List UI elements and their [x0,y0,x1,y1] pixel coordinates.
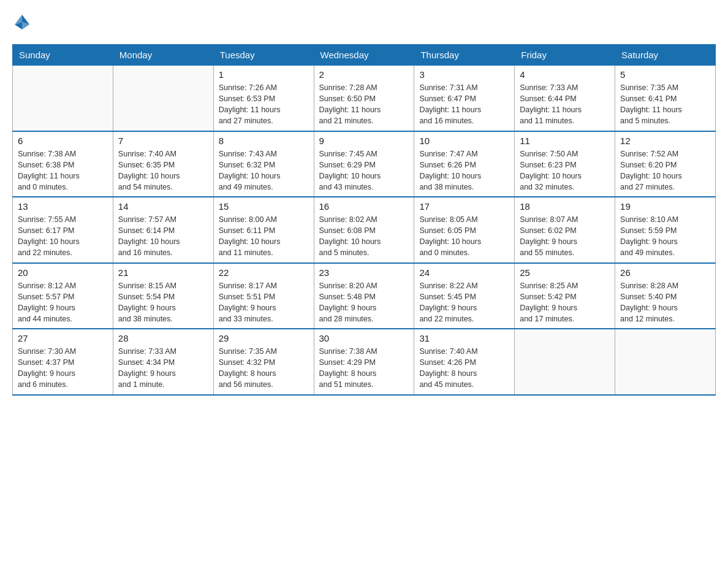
calendar-week-row: 1Sunrise: 7:26 AM Sunset: 6:53 PM Daylig… [13,66,716,131]
day-number: 3 [419,69,509,80]
day-info: Sunrise: 7:31 AM Sunset: 6:47 PM Dayligh… [419,82,509,127]
day-info: Sunrise: 8:15 AM Sunset: 5:54 PM Dayligh… [118,280,208,325]
day-number: 1 [219,69,309,80]
calendar-day-cell: 6Sunrise: 7:38 AM Sunset: 6:38 PM Daylig… [13,131,113,197]
day-of-week-header: Thursday [414,45,515,66]
day-number: 19 [620,201,710,212]
calendar-day-cell: 9Sunrise: 7:45 AM Sunset: 6:29 PM Daylig… [314,131,414,197]
day-info: Sunrise: 8:17 AM Sunset: 5:51 PM Dayligh… [219,280,309,325]
day-of-week-header: Sunday [13,45,113,66]
day-of-week-header: Monday [113,45,213,66]
day-of-week-header: Friday [515,45,615,66]
calendar-day-cell: 12Sunrise: 7:52 AM Sunset: 6:20 PM Dayli… [615,131,716,197]
day-info: Sunrise: 8:07 AM Sunset: 6:02 PM Dayligh… [520,214,610,259]
day-number: 20 [18,267,108,278]
day-of-week-header: Saturday [615,45,716,66]
day-info: Sunrise: 7:38 AM Sunset: 6:38 PM Dayligh… [18,148,108,193]
day-number: 14 [118,201,208,212]
calendar-day-cell: 19Sunrise: 8:10 AM Sunset: 5:59 PM Dayli… [615,197,716,263]
day-number: 4 [520,69,610,80]
calendar-day-cell: 31Sunrise: 7:40 AM Sunset: 4:26 PM Dayli… [414,329,515,395]
calendar-week-row: 20Sunrise: 8:12 AM Sunset: 5:57 PM Dayli… [13,263,716,329]
day-number: 28 [118,333,208,343]
day-info: Sunrise: 8:00 AM Sunset: 6:11 PM Dayligh… [219,214,309,259]
calendar-day-cell [615,329,716,395]
day-number: 22 [219,267,309,278]
calendar-day-cell: 17Sunrise: 8:05 AM Sunset: 6:05 PM Dayli… [414,197,515,263]
calendar-day-cell: 10Sunrise: 7:47 AM Sunset: 6:26 PM Dayli… [414,131,515,197]
day-info: Sunrise: 8:25 AM Sunset: 5:42 PM Dayligh… [520,280,610,325]
day-number: 26 [620,267,710,278]
day-info: Sunrise: 7:38 AM Sunset: 4:29 PM Dayligh… [319,346,409,391]
day-number: 25 [520,267,610,278]
day-number: 11 [520,136,610,146]
calendar-day-cell: 21Sunrise: 8:15 AM Sunset: 5:54 PM Dayli… [113,263,213,329]
calendar-day-cell: 22Sunrise: 8:17 AM Sunset: 5:51 PM Dayli… [213,263,314,329]
day-info: Sunrise: 7:45 AM Sunset: 6:29 PM Dayligh… [319,148,409,193]
calendar-day-cell: 8Sunrise: 7:43 AM Sunset: 6:32 PM Daylig… [213,131,314,197]
day-number: 10 [419,136,509,146]
calendar-week-row: 27Sunrise: 7:30 AM Sunset: 4:37 PM Dayli… [13,329,716,395]
day-number: 2 [319,69,409,80]
day-number: 24 [419,267,509,278]
day-info: Sunrise: 7:47 AM Sunset: 6:26 PM Dayligh… [419,148,509,193]
calendar-day-cell: 7Sunrise: 7:40 AM Sunset: 6:35 PM Daylig… [113,131,213,197]
calendar-day-cell [113,66,213,131]
day-info: Sunrise: 7:43 AM Sunset: 6:32 PM Dayligh… [219,148,309,193]
calendar-day-cell: 25Sunrise: 8:25 AM Sunset: 5:42 PM Dayli… [515,263,615,329]
day-number: 27 [18,333,108,343]
day-info: Sunrise: 7:52 AM Sunset: 6:20 PM Dayligh… [620,148,710,193]
day-number: 5 [620,69,710,80]
day-number: 16 [319,201,409,212]
calendar-day-cell: 13Sunrise: 7:55 AM Sunset: 6:17 PM Dayli… [13,197,113,263]
day-info: Sunrise: 7:35 AM Sunset: 4:32 PM Dayligh… [219,346,309,391]
calendar-day-cell: 20Sunrise: 8:12 AM Sunset: 5:57 PM Dayli… [13,263,113,329]
day-info: Sunrise: 7:50 AM Sunset: 6:23 PM Dayligh… [520,148,610,193]
day-info: Sunrise: 8:02 AM Sunset: 6:08 PM Dayligh… [319,214,409,259]
calendar-day-cell: 5Sunrise: 7:35 AM Sunset: 6:41 PM Daylig… [615,66,716,131]
day-info: Sunrise: 7:35 AM Sunset: 6:41 PM Dayligh… [620,82,710,127]
calendar-day-cell: 18Sunrise: 8:07 AM Sunset: 6:02 PM Dayli… [515,197,615,263]
day-info: Sunrise: 7:33 AM Sunset: 4:34 PM Dayligh… [118,346,208,391]
day-number: 12 [620,136,710,146]
day-info: Sunrise: 7:55 AM Sunset: 6:17 PM Dayligh… [18,214,108,259]
day-number: 31 [419,333,509,343]
calendar-day-cell: 24Sunrise: 8:22 AM Sunset: 5:45 PM Dayli… [414,263,515,329]
calendar-day-cell: 26Sunrise: 8:28 AM Sunset: 5:40 PM Dayli… [615,263,716,329]
day-of-week-header: Wednesday [314,45,414,66]
calendar-day-cell: 29Sunrise: 7:35 AM Sunset: 4:32 PM Dayli… [213,329,314,395]
calendar-day-cell: 11Sunrise: 7:50 AM Sunset: 6:23 PM Dayli… [515,131,615,197]
day-info: Sunrise: 8:10 AM Sunset: 5:59 PM Dayligh… [620,214,710,259]
logo [12,12,32,32]
calendar-day-cell: 30Sunrise: 7:38 AM Sunset: 4:29 PM Dayli… [314,329,414,395]
calendar-day-cell: 28Sunrise: 7:33 AM Sunset: 4:34 PM Dayli… [113,329,213,395]
calendar-day-cell: 1Sunrise: 7:26 AM Sunset: 6:53 PM Daylig… [213,66,314,131]
day-info: Sunrise: 7:57 AM Sunset: 6:14 PM Dayligh… [118,214,208,259]
day-info: Sunrise: 7:40 AM Sunset: 4:26 PM Dayligh… [419,346,509,391]
calendar-week-row: 6Sunrise: 7:38 AM Sunset: 6:38 PM Daylig… [13,131,716,197]
day-number: 30 [319,333,409,343]
calendar-day-cell: 23Sunrise: 8:20 AM Sunset: 5:48 PM Dayli… [314,263,414,329]
day-number: 18 [520,201,610,212]
day-info: Sunrise: 7:30 AM Sunset: 4:37 PM Dayligh… [18,346,108,391]
calendar-table: SundayMondayTuesdayWednesdayThursdayFrid… [12,44,716,396]
logo-icon [12,12,32,32]
calendar-day-cell: 4Sunrise: 7:33 AM Sunset: 6:44 PM Daylig… [515,66,615,131]
day-info: Sunrise: 8:22 AM Sunset: 5:45 PM Dayligh… [419,280,509,325]
day-number: 8 [219,136,309,146]
calendar-header-row: SundayMondayTuesdayWednesdayThursdayFrid… [13,45,716,66]
day-number: 13 [18,201,108,212]
day-of-week-header: Tuesday [213,45,314,66]
day-number: 17 [419,201,509,212]
day-info: Sunrise: 7:26 AM Sunset: 6:53 PM Dayligh… [219,82,309,127]
day-number: 15 [219,201,309,212]
day-number: 21 [118,267,208,278]
day-number: 29 [219,333,309,343]
calendar-day-cell: 15Sunrise: 8:00 AM Sunset: 6:11 PM Dayli… [213,197,314,263]
calendar-week-row: 13Sunrise: 7:55 AM Sunset: 6:17 PM Dayli… [13,197,716,263]
day-number: 9 [319,136,409,146]
day-info: Sunrise: 8:20 AM Sunset: 5:48 PM Dayligh… [319,280,409,325]
day-info: Sunrise: 8:05 AM Sunset: 6:05 PM Dayligh… [419,214,509,259]
calendar-day-cell: 14Sunrise: 7:57 AM Sunset: 6:14 PM Dayli… [113,197,213,263]
page-header [12,12,716,32]
